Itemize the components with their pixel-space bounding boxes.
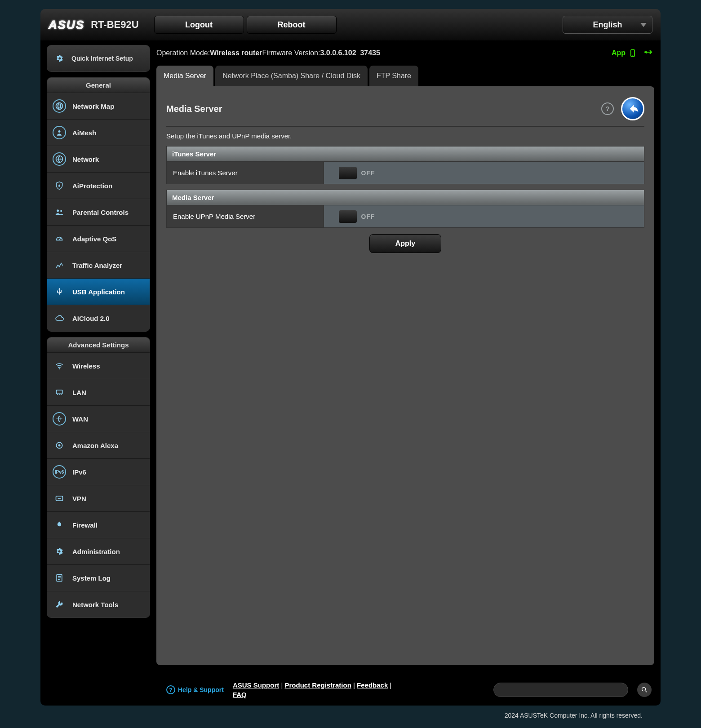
sidebar-item-label: IPv6 <box>72 468 86 476</box>
reboot-button[interactable]: Reboot <box>247 16 337 34</box>
shield-icon <box>53 179 66 192</box>
row-label-itunes: Enable iTunes Server <box>167 162 324 184</box>
chevron-down-icon <box>640 23 647 27</box>
toggle-upnp-server[interactable]: OFF <box>337 209 378 224</box>
svg-point-12 <box>644 51 646 53</box>
sidebar-item-adaptive-qos[interactable]: Adaptive QoS <box>47 225 150 252</box>
apply-button[interactable]: Apply <box>369 234 441 253</box>
gear-globe-icon <box>53 52 66 65</box>
sidebar-item-label: Traffic Analyzer <box>72 262 122 269</box>
tab-ftp-share[interactable]: FTP Share <box>369 66 418 86</box>
sidebar-item-label: Network Tools <box>72 601 118 608</box>
sidebar-item-label: AiMesh <box>72 129 96 137</box>
svg-point-13 <box>642 688 646 691</box>
sidebar-item-traffic-analyzer[interactable]: Traffic Analyzer <box>47 252 150 278</box>
sidebar-item-aimesh[interactable]: AiMesh <box>47 119 150 146</box>
section-itunes-row: Enable iTunes Server OFF <box>166 162 644 184</box>
sidebar-item-label: LAN <box>72 389 86 396</box>
tab-media-server[interactable]: Media Server <box>156 66 213 86</box>
section-media-header: Media Server <box>166 190 644 205</box>
sidebar: Quick Internet Setup General Network Map… <box>40 40 156 670</box>
fw-label: Firmware Version: <box>262 49 320 57</box>
sidebar-item-label: AiProtection <box>72 182 112 190</box>
alexa-icon <box>53 439 66 452</box>
svg-point-7 <box>58 444 61 447</box>
sidebar-item-firewall[interactable]: Firewall <box>47 511 150 538</box>
globe-icon <box>53 412 66 426</box>
op-mode-value[interactable]: Wireless router <box>210 49 262 57</box>
svg-point-11 <box>632 55 633 56</box>
sidebar-item-label: Administration <box>72 548 120 555</box>
svg-point-3 <box>60 210 62 212</box>
sidebar-item-ipv6[interactable]: IPv6 IPv6 <box>47 458 150 485</box>
link-feedback[interactable]: Feedback <box>357 681 388 689</box>
sidebar-item-label: Quick Internet Setup <box>71 55 133 62</box>
sidebar-item-usb-application[interactable]: USB Application <box>47 278 150 305</box>
sidebar-item-label: Network Map <box>72 102 114 110</box>
sidebar-item-label: AiCloud 2.0 <box>72 315 110 322</box>
sidebar-item-label: Firewall <box>72 521 98 529</box>
sidebar-item-system-log[interactable]: System Log <box>47 564 150 591</box>
sidebar-item-network-tools[interactable]: Network Tools <box>47 591 150 617</box>
sidebar-item-administration[interactable]: Administration <box>47 538 150 564</box>
globe-icon <box>53 99 66 113</box>
section-media-row: Enable UPnP Media Server OFF <box>166 205 644 228</box>
toggle-knob <box>339 167 357 179</box>
log-icon <box>53 571 66 585</box>
wifi-icon <box>53 359 66 373</box>
toggle-itunes-server[interactable]: OFF <box>337 165 378 181</box>
firewall-icon <box>53 518 66 532</box>
back-arrow-icon <box>626 102 639 115</box>
link-faq[interactable]: FAQ <box>233 691 247 698</box>
op-mode-label: Operation Mode: <box>156 49 210 57</box>
footer: ? Help & Support ASUS Support | Product … <box>40 674 661 706</box>
logout-button[interactable]: Logout <box>154 16 244 34</box>
sidebar-item-label: Network <box>72 155 99 163</box>
svg-point-0 <box>58 130 61 133</box>
toggle-state: OFF <box>358 213 378 220</box>
help-icon[interactable]: ? <box>601 102 614 115</box>
sidebar-item-network-map[interactable]: Network Map <box>47 93 150 119</box>
sidebar-item-wan[interactable]: WAN <box>47 405 150 432</box>
language-select[interactable]: English <box>563 16 652 34</box>
ipv6-icon: IPv6 <box>53 465 66 479</box>
footer-links: ASUS Support | Product Registration | Fe… <box>233 680 391 699</box>
toggle-state: OFF <box>358 169 378 177</box>
gauge-icon <box>53 232 66 245</box>
tab-row: Media Server Network Place (Samba) Share… <box>156 66 654 86</box>
sidebar-general-section: General Network Map AiMesh Network AiPro… <box>47 77 150 332</box>
back-button[interactable] <box>621 97 644 120</box>
link-product-registration[interactable]: Product Registration <box>284 681 351 689</box>
help-support-label: Help & Support <box>178 686 224 693</box>
sidebar-item-label: Wireless <box>72 362 100 370</box>
gear-icon <box>53 545 66 558</box>
content-panel: Media Server ? Setup the iTunes and UPnP… <box>156 86 654 665</box>
cloud-icon <box>53 311 66 325</box>
sidebar-item-parental-controls[interactable]: Parental Controls <box>47 199 150 225</box>
app-link[interactable]: App <box>612 49 626 57</box>
sidebar-item-label: USB Application <box>72 288 125 296</box>
sidebar-item-quick-internet-setup[interactable]: Quick Internet Setup <box>47 45 150 72</box>
fw-value[interactable]: 3.0.0.6.102_37435 <box>320 49 380 57</box>
footer-search-input[interactable] <box>493 683 628 697</box>
phone-icon[interactable] <box>628 49 637 58</box>
help-support-link[interactable]: ? Help & Support <box>166 685 224 694</box>
sidebar-item-wireless[interactable]: Wireless <box>47 352 150 379</box>
sidebar-item-aiprotection[interactable]: AiProtection <box>47 172 150 199</box>
sidebar-item-vpn[interactable]: VPN <box>47 485 150 511</box>
sidebar-item-label: Amazon Alexa <box>72 442 118 449</box>
sidebar-item-label: VPN <box>72 495 86 502</box>
link-asus-support[interactable]: ASUS Support <box>233 681 279 689</box>
model-name: RT-BE92U <box>91 19 138 31</box>
svg-point-4 <box>59 368 60 369</box>
sidebar-item-lan[interactable]: LAN <box>47 379 150 405</box>
sidebar-item-aicloud[interactable]: AiCloud 2.0 <box>47 305 150 331</box>
section-itunes-header: iTunes Server <box>166 146 644 162</box>
usb-status-icon[interactable] <box>643 47 654 59</box>
footer-search-button[interactable] <box>637 683 652 697</box>
network-icon <box>53 152 66 166</box>
sidebar-item-network[interactable]: Network <box>47 146 150 172</box>
tab-samba-cloud[interactable]: Network Place (Samba) Share / Cloud Disk <box>215 66 368 86</box>
sidebar-item-amazon-alexa[interactable]: Amazon Alexa <box>47 432 150 458</box>
language-label: English <box>593 20 622 30</box>
